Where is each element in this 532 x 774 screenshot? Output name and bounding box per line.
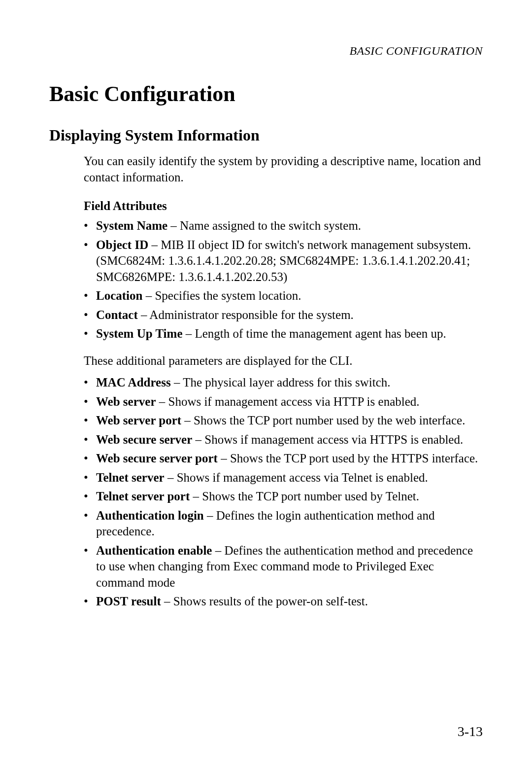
cli-params-paragraph: These additional parameters are displaye…: [84, 353, 483, 369]
list-item: Web secure server port – Shows the TCP p…: [84, 451, 483, 467]
list-item-term: Web secure server port: [96, 452, 218, 465]
list-item-term: Web secure server: [96, 433, 192, 446]
list-item: Location – Specifies the system location…: [84, 288, 483, 304]
list-item-desc: – Shows if management access via Telnet …: [165, 471, 428, 484]
list-item-term: Authentication enable: [96, 544, 212, 557]
page-title: Basic Configuration: [49, 81, 483, 106]
list-item-desc: – MIB II object ID for switch's network …: [96, 238, 471, 283]
field-attributes-list: System Name – Name assigned to the switc…: [84, 218, 483, 342]
list-item-term: System Up Time: [96, 327, 182, 340]
list-item-desc: – Shows the TCP port used by the HTTPS i…: [218, 452, 478, 465]
list-item: Telnet server port – Shows the TCP port …: [84, 489, 483, 505]
list-item-desc: – Shows if management access via HTTPS i…: [192, 433, 463, 446]
list-item-desc: – Length of time the management agent ha…: [182, 327, 446, 340]
list-item: MAC Address – The physical layer address…: [84, 375, 483, 391]
list-item-desc: – Administrator responsible for the syst…: [138, 308, 354, 321]
list-item-term: Contact: [96, 308, 138, 321]
list-item: Authentication login – Defines the login…: [84, 508, 483, 540]
list-item-desc: – Name assigned to the switch system.: [167, 219, 361, 232]
list-item: POST result – Shows results of the power…: [84, 594, 483, 610]
list-item: Object ID – MIB II object ID for switch'…: [84, 237, 483, 285]
list-item-term: Telnet server: [96, 471, 165, 484]
list-item: Web server – Shows if management access …: [84, 394, 483, 410]
cli-params-list: MAC Address – The physical layer address…: [84, 375, 483, 610]
list-item-term: Authentication login: [96, 509, 204, 522]
list-item-desc: – The physical layer address for this sw…: [171, 376, 391, 389]
list-item-term: System Name: [96, 219, 167, 232]
list-item: System Name – Name assigned to the switc…: [84, 218, 483, 234]
list-item-desc: – Shows the TCP port number used by the …: [181, 414, 465, 427]
field-attributes-heading: Field Attributes: [84, 199, 483, 213]
list-item: Authentication enable – Defines the auth…: [84, 543, 483, 591]
list-item-term: Object ID: [96, 238, 148, 251]
list-item: Web secure server – Shows if management …: [84, 432, 483, 448]
section-heading: Displaying System Information: [49, 126, 483, 144]
list-item: System Up Time – Length of time the mana…: [84, 326, 483, 342]
list-item: Contact – Administrator responsible for …: [84, 307, 483, 323]
list-item-desc: – Specifies the system location.: [142, 289, 301, 302]
list-item-term: Location: [96, 289, 142, 302]
list-item-term: Web server: [96, 395, 156, 408]
list-item-desc: – Shows results of the power-on self-tes…: [161, 595, 368, 608]
list-item-term: Telnet server port: [96, 490, 190, 503]
page-number: 3-13: [458, 724, 483, 739]
list-item-term: POST result: [96, 595, 161, 608]
list-item-term: Web server port: [96, 414, 181, 427]
running-header: BASIC CONFIGURATION: [49, 44, 483, 58]
list-item: Telnet server – Shows if management acce…: [84, 470, 483, 486]
list-item-desc: – Shows if management access via HTTP is…: [156, 395, 419, 408]
list-item-desc: – Shows the TCP port number used by Teln…: [190, 490, 419, 503]
list-item: Web server port – Shows the TCP port num…: [84, 413, 483, 429]
intro-paragraph: You can easily identify the system by pr…: [84, 153, 483, 185]
list-item-term: MAC Address: [96, 376, 171, 389]
